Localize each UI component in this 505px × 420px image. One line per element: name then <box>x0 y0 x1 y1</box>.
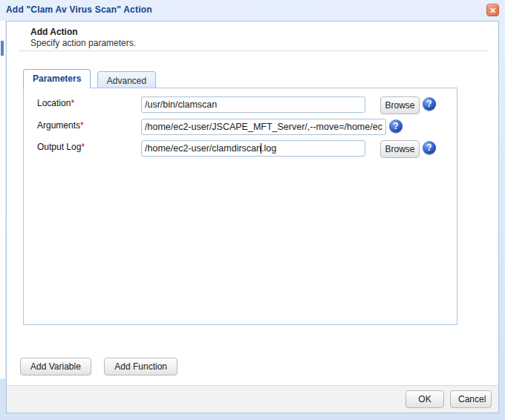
tab-strip: Parameters Advanced <box>23 68 159 88</box>
dialog-title: Add "Clam Av Virus Scan" Action <box>6 4 152 15</box>
required-mark: * <box>81 142 85 152</box>
dialog-panel: Add Action Specify action parameters. Pa… <box>6 21 499 413</box>
header-divider <box>19 50 488 51</box>
tab-advanced[interactable]: Advanced <box>97 71 156 89</box>
location-help-icon[interactable]: ? <box>423 97 436 111</box>
dialog-footer: OK Cancel <box>7 385 498 413</box>
arguments-help-icon[interactable]: ? <box>389 119 403 133</box>
output-log-label: Output Log* <box>37 142 85 152</box>
output-log-input[interactable] <box>141 140 365 157</box>
dialog-titlebar: Add "Clam Av Virus Scan" Action ✕ <box>0 0 505 21</box>
cancel-button[interactable]: Cancel <box>450 390 492 408</box>
output-log-browse-button[interactable]: Browse <box>380 140 420 158</box>
arguments-label: Arguments* <box>37 120 84 131</box>
helper-buttons: Add Variable Add Function <box>20 358 187 375</box>
location-label-text: Location <box>37 98 71 108</box>
add-action-dialog: Add "Clam Av Virus Scan" Action ✕ Add Ac… <box>0 0 505 420</box>
location-input[interactable] <box>141 96 365 113</box>
required-mark: * <box>71 98 74 108</box>
add-variable-button[interactable]: Add Variable <box>20 358 91 375</box>
required-mark: * <box>80 120 84 131</box>
section-title: Add Action <box>30 27 78 37</box>
background-edge-sliver <box>1 41 4 56</box>
ok-button[interactable]: OK <box>405 390 444 408</box>
text-caret <box>261 143 261 154</box>
background-edge-strip <box>0 21 5 378</box>
tab-parameters[interactable]: Parameters <box>23 69 91 88</box>
arguments-label-text: Arguments <box>37 120 80 131</box>
arguments-input[interactable] <box>141 119 386 135</box>
add-function-button[interactable]: Add Function <box>104 358 177 375</box>
output-log-label-text: Output Log <box>37 142 81 152</box>
parameters-tab-panel: Location* Browse ? Arguments* ? Output L… <box>23 88 457 325</box>
section-subtitle: Specify action parameters. <box>30 38 136 48</box>
output-log-help-icon[interactable]: ? <box>423 141 436 154</box>
close-icon[interactable]: ✕ <box>486 4 499 16</box>
location-browse-button[interactable]: Browse <box>380 96 420 114</box>
location-label: Location* <box>37 98 74 108</box>
